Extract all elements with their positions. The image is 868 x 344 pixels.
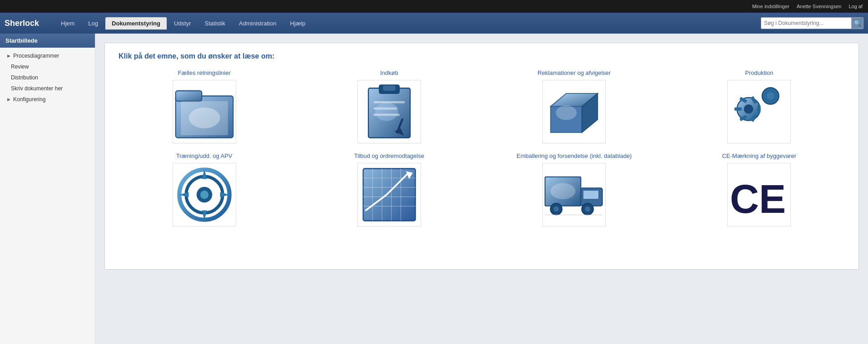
icon-label-5[interactable]: Tilbud og ordremodtagelse [354, 152, 424, 159]
svg-rect-6 [383, 86, 396, 91]
icon-label-2[interactable]: Reklamationer og afvigelser [538, 69, 611, 76]
icon-cell-6[interactable]: Emballering og forsendelse (inkl. databl… [489, 152, 660, 226]
icon-cell-5[interactable]: Tilbud og ordremodtagelse [303, 152, 475, 226]
icon-image-3 [727, 80, 791, 143]
logout-link[interactable]: Log af [848, 4, 863, 9]
icon-grid: Fælles retningslinier Indkøb Reklamation… [119, 69, 845, 226]
icon-cell-4[interactable]: Træning/udd. og APV [119, 152, 290, 226]
main-content: Klik på det emne, som du ønsker at læse … [95, 34, 868, 344]
svg-point-61 [554, 206, 559, 212]
icon-cell-7[interactable]: CE-Mærkning af byggevarer CE [674, 152, 845, 226]
svg-rect-46 [363, 169, 415, 221]
user-name: Anette Svenningsen [797, 4, 841, 9]
nav-item-hjælp[interactable]: Hjælp [283, 17, 312, 29]
nav-item-udstyr[interactable]: Udstyr [168, 17, 198, 29]
svg-point-63 [585, 206, 590, 212]
sidebar-header: Startbillede [0, 34, 95, 48]
icon-label-7[interactable]: CE-Mærkning af byggevarer [722, 152, 796, 159]
icon-label-4[interactable]: Træning/udd. og APV [176, 152, 233, 159]
svg-point-16 [556, 105, 577, 120]
topbar: Mine indstillinger Anette Svenningsen Lo… [0, 0, 868, 13]
svg-point-3 [188, 108, 220, 128]
icon-label-3[interactable]: Produktion [745, 69, 773, 76]
nav-item-dokumentstyring[interactable]: Dokumentstyring [105, 17, 167, 29]
search-button[interactable]: 🔍 [852, 17, 863, 29]
nav-items: HjemLogDokumentstyringUdstyrStatistikAdm… [55, 17, 761, 29]
svg-point-57 [551, 183, 575, 199]
nav-item-log[interactable]: Log [82, 17, 104, 29]
icon-label-0[interactable]: Fælles retningslinier [178, 69, 230, 76]
sidebar: Startbillede ProcesdiagrammerReviewDistr… [0, 34, 95, 344]
svg-rect-28 [737, 108, 742, 111]
settings-link[interactable]: Mine indstillinger [752, 4, 789, 9]
svg-rect-25 [758, 105, 761, 111]
icon-image-2 [542, 80, 606, 143]
icon-cell-3[interactable]: Produktion [674, 69, 845, 143]
sidebar-item-0[interactable]: Procesdiagrammer [0, 50, 95, 61]
icon-cell-1[interactable]: Indkøb [303, 69, 475, 143]
svg-rect-1 [175, 91, 202, 101]
content-title: Klik på det emne, som du ønsker at læse … [119, 52, 845, 60]
content-box: Klik på det emne, som du ønsker at læse … [104, 43, 859, 270]
sidebar-item-3[interactable]: Skriv dokumenter her [0, 83, 95, 94]
layout: Startbillede ProcesdiagrammerReviewDistr… [0, 34, 868, 344]
icon-cell-0[interactable]: Fælles retningslinier [119, 69, 290, 143]
svg-point-12 [375, 102, 398, 121]
icon-image-6 [542, 163, 606, 226]
svg-text:CE: CE [730, 176, 786, 221]
icon-image-1 [357, 80, 421, 143]
icon-label-1[interactable]: Indkøb [380, 69, 398, 76]
svg-point-44 [200, 191, 208, 199]
sidebar-item-1[interactable]: Review [0, 61, 95, 72]
svg-rect-59 [583, 190, 599, 199]
nav-item-statistik[interactable]: Statistik [198, 17, 232, 29]
sidebar-item-4[interactable]: Konfigurering [0, 94, 95, 105]
icon-image-7: CE [727, 163, 791, 226]
icon-label-6[interactable]: Emballering og forsendelse (inkl. databl… [516, 152, 632, 159]
nav-item-administration[interactable]: Administration [233, 17, 283, 29]
sidebar-section: ProcesdiagrammerReviewDistributionSkriv … [0, 48, 95, 108]
navbar: Sherlock HjemLogDokumentstyringUdstyrSta… [0, 13, 868, 34]
icon-image-0 [173, 80, 236, 143]
icon-image-4 [173, 163, 236, 226]
search-area: 🔍 [761, 17, 863, 29]
icon-cell-2[interactable]: Reklamationer og afvigelser [489, 69, 660, 143]
icon-image-5 [357, 163, 421, 226]
app-title: Sherlock [5, 19, 45, 28]
nav-item-hjem[interactable]: Hjem [55, 17, 81, 29]
sidebar-item-2[interactable]: Distribution [0, 72, 95, 83]
search-input[interactable] [761, 17, 852, 29]
svg-point-18 [744, 104, 754, 114]
